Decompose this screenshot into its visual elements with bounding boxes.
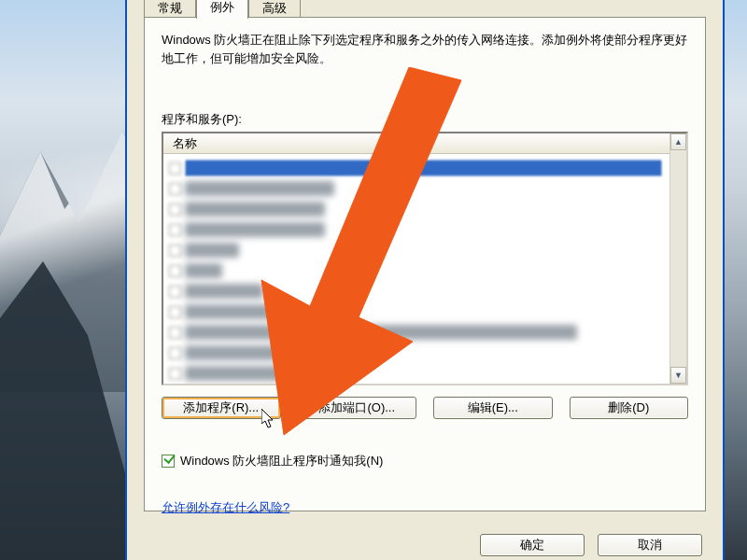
list-item[interactable]	[167, 240, 669, 260]
list-item[interactable]	[167, 343, 669, 363]
list-item-checkbox[interactable]	[169, 347, 181, 359]
list-item[interactable]	[167, 158, 669, 178]
list-item-checkbox[interactable]	[169, 265, 181, 277]
list-item-label	[185, 325, 577, 340]
programs-list-label: 程序和服务(P):	[162, 111, 242, 128]
list-item-checkbox[interactable]	[169, 306, 181, 318]
list-item-label	[185, 263, 222, 278]
list-item-checkbox[interactable]	[169, 203, 181, 216]
list-item-checkbox[interactable]	[169, 162, 181, 175]
programs-listbox[interactable]: 名称 ▲ ▼	[162, 132, 688, 385]
tab-exceptions[interactable]: 例外	[196, 0, 248, 19]
ok-button[interactable]: 确定	[480, 534, 585, 556]
firewall-dialog: 常规 例外 高级 Windows 防火墙正在阻止除下列选定程序和服务之外的传入网…	[125, 0, 725, 560]
list-item[interactable]	[167, 178, 669, 199]
tab-panel-exceptions: Windows 防火墙正在阻止除下列选定程序和服务之外的传入网络连接。添加例外将…	[144, 17, 706, 511]
exceptions-description: Windows 防火墙正在阻止除下列选定程序和服务之外的传入网络连接。添加例外将…	[162, 31, 688, 68]
programs-list-body	[163, 154, 669, 384]
add-program-button[interactable]: 添加程序(R)...	[162, 397, 281, 419]
list-item[interactable]	[167, 281, 669, 301]
list-item-checkbox[interactable]	[169, 224, 181, 236]
list-item-label	[185, 304, 284, 319]
tab-general[interactable]: 常规	[144, 0, 196, 19]
list-item-checkbox[interactable]	[169, 327, 181, 339]
notify-checkbox-label: Windows 防火墙阻止程序时通知我(N)	[180, 453, 383, 469]
programs-list-header-name[interactable]: 名称	[163, 133, 686, 154]
add-port-button[interactable]: 添加端口(O)...	[298, 397, 417, 419]
scroll-down-icon[interactable]: ▼	[670, 367, 686, 384]
list-item[interactable]	[167, 260, 669, 281]
list-item-label	[185, 222, 325, 237]
list-item-label	[185, 345, 289, 360]
tab-strip: 常规 例外 高级	[144, 0, 301, 19]
list-item[interactable]	[167, 322, 669, 343]
edit-button[interactable]: 编辑(E)...	[433, 397, 553, 419]
list-item[interactable]	[167, 199, 669, 219]
list-item-label	[185, 160, 662, 176]
cancel-button[interactable]: 取消	[598, 534, 702, 556]
list-item-label	[185, 243, 239, 258]
dialog-button-row: 确定 取消	[480, 534, 702, 556]
list-item-label	[185, 366, 289, 381]
risk-link[interactable]: 允许例外存在什么风险?	[162, 500, 289, 514]
list-item-checkbox[interactable]	[169, 286, 181, 298]
list-item[interactable]	[167, 219, 669, 240]
list-item[interactable]	[167, 363, 669, 384]
list-scrollbar[interactable]: ▲ ▼	[669, 133, 686, 384]
action-button-row: 添加程序(R)... 添加端口(O)... 编辑(E)... 删除(D)	[162, 397, 688, 419]
list-item-label	[185, 181, 334, 196]
notify-checkbox[interactable]	[162, 455, 175, 468]
list-item-checkbox[interactable]	[169, 368, 181, 380]
list-item-label	[185, 284, 263, 299]
list-item[interactable]	[167, 301, 669, 322]
scroll-up-icon[interactable]: ▲	[670, 133, 686, 150]
list-item-checkbox[interactable]	[169, 183, 181, 195]
delete-button[interactable]: 删除(D)	[570, 397, 689, 419]
list-item-label	[185, 202, 325, 217]
tab-advanced[interactable]: 高级	[248, 0, 301, 19]
notify-checkbox-row[interactable]: Windows 防火墙阻止程序时通知我(N)	[162, 453, 383, 469]
list-item-checkbox[interactable]	[169, 245, 181, 257]
